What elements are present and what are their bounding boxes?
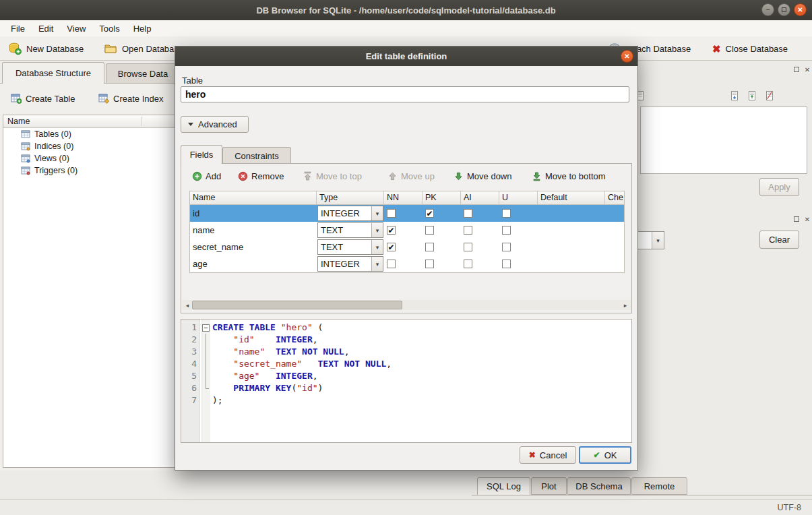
field-name: age (193, 255, 208, 272)
minimize-button[interactable]: − (761, 3, 774, 16)
clear-button[interactable]: Clear (759, 231, 799, 249)
nn-checkbox[interactable]: ✔ (387, 226, 396, 235)
ok-button[interactable]: ✔ OK (579, 446, 631, 464)
column-header-name[interactable]: Name (190, 191, 317, 205)
cell-editor-area[interactable] (640, 107, 807, 174)
pk-checkbox[interactable]: ✔ (425, 209, 434, 218)
tree-column-divider[interactable] (141, 117, 142, 126)
dock-float-button[interactable] (792, 65, 801, 74)
field-row-id[interactable]: id INTEGER ▾ ✔ (190, 205, 624, 222)
open-database-button[interactable]: Open Database (101, 39, 186, 58)
pk-checkbox[interactable] (425, 243, 434, 251)
ai-checkbox[interactable] (464, 243, 472, 251)
u-checkbox[interactable] (502, 209, 511, 218)
sql-line: 2 "id" INTEGER, (181, 334, 631, 346)
sql-line: 6 PRIMARY KEY("id") (181, 382, 631, 394)
cell-export-button[interactable] (744, 88, 760, 103)
float-icon (794, 216, 799, 222)
table-label: Table (182, 75, 203, 86)
dock2-close-button[interactable]: ✕ (803, 214, 812, 224)
move-down-button[interactable]: Move down (454, 169, 511, 183)
close-database-label: Close Database (726, 44, 788, 54)
u-checkbox[interactable] (502, 243, 511, 251)
create-table-button[interactable]: Create Table (7, 90, 79, 107)
close-icon: ✕ (805, 66, 810, 73)
dock-close-button[interactable]: ✕ (803, 65, 812, 74)
close-database-button[interactable]: ✖ Close Database (710, 39, 790, 58)
nn-checkbox[interactable]: ✔ (387, 243, 396, 251)
column-header-nn[interactable]: NN (384, 191, 423, 205)
tab-remote[interactable]: Remote (631, 477, 687, 495)
u-checkbox[interactable] (502, 226, 511, 235)
fold-guide (200, 382, 210, 394)
tab-constraints[interactable]: Constraints (222, 147, 291, 164)
column-header-u[interactable]: U (499, 191, 538, 205)
tables-icon (21, 129, 30, 139)
pk-checkbox[interactable] (425, 226, 434, 235)
advanced-button[interactable]: Advanced (181, 116, 249, 133)
dialog-close-button[interactable]: ✕ (621, 50, 633, 63)
column-header-ai[interactable]: AI (461, 191, 499, 205)
menu-tools[interactable]: Tools (92, 22, 126, 36)
move-to-bottom-button[interactable]: Move to bottom (532, 169, 606, 183)
ai-checkbox[interactable] (464, 260, 472, 268)
dialog-titlebar[interactable]: Edit table definition ✕ (175, 47, 637, 66)
field-type-combobox[interactable]: INTEGER ▾ (317, 256, 383, 272)
scroll-right-icon[interactable]: ▸ (620, 300, 631, 310)
dock2-float-button[interactable] (792, 214, 801, 224)
tab-database-structure[interactable]: Database Structure (2, 62, 104, 84)
field-type-combobox[interactable]: INTEGER ▾ (317, 206, 383, 221)
window-close-button[interactable]: ✕ (794, 3, 807, 16)
field-row-age[interactable]: age INTEGER ▾ (190, 255, 624, 272)
tab-plot[interactable]: Plot (531, 477, 567, 495)
scroll-left-icon[interactable]: ◂ (182, 300, 193, 310)
field-row-secret-name[interactable]: secret_name TEXT ▾ ✔ (190, 239, 624, 255)
fields-table-header: Name Type NN PK AI U Default Che (190, 191, 624, 205)
field-type-combobox[interactable]: TEXT ▾ (317, 222, 383, 238)
field-type-value: TEXT (321, 223, 343, 237)
scrollbar-thumb[interactable] (192, 301, 402, 309)
column-header-pk[interactable]: PK (423, 191, 461, 205)
maximize-button[interactable] (778, 3, 790, 16)
create-index-button[interactable]: Create Index (94, 90, 167, 107)
ai-checkbox[interactable] (464, 209, 472, 218)
field-row-name[interactable]: name TEXT ▾ ✔ (190, 222, 624, 239)
remove-field-button[interactable]: Remove (238, 169, 284, 183)
move-to-top-icon (303, 171, 313, 181)
horizontal-scrollbar[interactable]: ◂ ▸ (182, 300, 631, 310)
fold-collapse-icon[interactable] (200, 322, 210, 334)
sql-line: 5 "age" INTEGER, (181, 370, 631, 382)
sql-preview-editor[interactable]: 1 CREATE TABLE "hero" ( 2 "id" INTEGER, … (181, 319, 632, 443)
pk-checkbox[interactable] (425, 260, 434, 268)
move-to-top-label: Move to top (316, 171, 362, 181)
u-checkbox[interactable] (502, 260, 511, 268)
column-header-type[interactable]: Type (317, 191, 384, 205)
new-database-button[interactable]: New Database (5, 39, 86, 58)
tab-db-schema[interactable]: DB Schema (567, 477, 631, 495)
nn-checkbox[interactable] (387, 209, 396, 218)
ai-checkbox[interactable] (464, 226, 472, 235)
edit-table-definition-dialog: Edit table definition ✕ Table Advanced F… (175, 46, 638, 471)
move-down-icon (454, 171, 464, 181)
line-number: 3 (181, 346, 200, 358)
tab-sql-log[interactable]: SQL Log (477, 477, 530, 495)
tab-fields[interactable]: Fields (181, 145, 222, 164)
close-icon: ✕ (805, 216, 810, 223)
column-header-check[interactable]: Che (605, 191, 624, 205)
tab-browse-data[interactable]: Browse Data (106, 63, 180, 83)
cell-import-button[interactable] (726, 88, 743, 103)
menu-view[interactable]: View (60, 22, 92, 36)
menu-help[interactable]: Help (127, 22, 158, 36)
menu-edit[interactable]: Edit (32, 22, 60, 36)
move-to-bottom-icon (532, 171, 542, 181)
table-name-input[interactable] (181, 86, 629, 102)
field-type-combobox[interactable]: TEXT ▾ (317, 239, 383, 255)
menu-file[interactable]: File (4, 22, 32, 36)
fields-pane: Add Remove Move to top Mo (181, 163, 632, 313)
cancel-button[interactable]: ✖ Cancel (520, 446, 576, 464)
nn-checkbox[interactable] (387, 260, 396, 268)
add-field-button[interactable]: Add (192, 169, 221, 183)
window-titlebar[interactable]: DB Browser for SQLite - /home/user/code/… (0, 0, 812, 20)
column-header-default[interactable]: Default (538, 191, 605, 205)
cell-null-button[interactable] (761, 88, 778, 103)
